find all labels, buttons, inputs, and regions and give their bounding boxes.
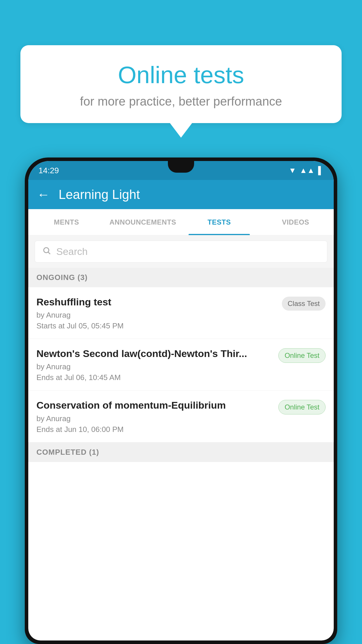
test-name: Newton's Second law(contd)-Newton's Thir… — [36, 347, 273, 360]
time-value: Jul 05, 05:45 PM — [67, 321, 124, 330]
phone-frame: 14:29 ▼ ▲▲ ▌ ← Learning Light MENTS ANNO… — [25, 158, 337, 644]
test-name: Conservation of momentum-Equilibrium — [36, 399, 273, 412]
time-label: Ends at — [36, 425, 62, 434]
speech-bubble-container: Online tests for more practice, better p… — [20, 45, 342, 138]
tab-tests[interactable]: TESTS — [181, 209, 257, 235]
status-time: 14:29 — [38, 166, 59, 175]
test-item[interactable]: Reshuffling test by Anurag Starts at Jul… — [28, 287, 334, 339]
bubble-title: Online tests — [38, 61, 324, 89]
test-info: Newton's Second law(contd)-Newton's Thir… — [36, 347, 273, 382]
tab-videos[interactable]: VIDEOS — [257, 209, 334, 235]
notch — [168, 161, 194, 173]
test-list: Reshuffling test by Anurag Starts at Jul… — [28, 287, 334, 442]
test-name: Reshuffling test — [36, 295, 276, 308]
test-info: Conservation of momentum-Equilibrium by … — [36, 399, 273, 434]
test-author: by Anurag — [36, 362, 273, 371]
signal-icon: ▲▲ — [300, 166, 314, 175]
speech-bubble: Online tests for more practice, better p… — [20, 45, 342, 123]
tab-announcements[interactable]: ANNOUNCEMENTS — [105, 209, 181, 235]
bubble-subtitle: for more practice, better performance — [38, 94, 324, 108]
test-info: Reshuffling test by Anurag Starts at Jul… — [36, 295, 276, 330]
search-box[interactable]: Search — [35, 241, 327, 262]
phone-screen: 14:29 ▼ ▲▲ ▌ ← Learning Light MENTS ANNO… — [28, 161, 334, 640]
test-author: by Anurag — [36, 311, 276, 320]
test-time: Starts at Jul 05, 05:45 PM — [36, 321, 276, 330]
test-item[interactable]: Conservation of momentum-Equilibrium by … — [28, 391, 334, 442]
wifi-icon: ▼ — [289, 166, 296, 175]
status-icons: ▼ ▲▲ ▌ — [289, 166, 324, 175]
search-icon — [42, 246, 51, 257]
completed-label: COMPLETED (1) — [36, 448, 99, 456]
time-value: Jul 06, 10:45 AM — [64, 373, 121, 382]
time-label: Ends at — [36, 373, 62, 382]
app-header: ← Learning Light — [28, 180, 334, 209]
back-button[interactable]: ← — [37, 187, 50, 202]
battery-icon: ▌ — [318, 166, 324, 175]
app-title: Learning Light — [59, 187, 140, 202]
time-value: Jun 10, 06:00 PM — [64, 425, 124, 434]
search-input[interactable]: Search — [56, 246, 88, 257]
tabs-bar: MENTS ANNOUNCEMENTS TESTS VIDEOS — [28, 209, 334, 235]
test-badge-online: Online Test — [278, 400, 326, 414]
svg-line-1 — [48, 252, 50, 254]
completed-section-header: COMPLETED (1) — [28, 442, 334, 462]
test-time: Ends at Jun 10, 06:00 PM — [36, 425, 273, 434]
status-bar: 14:29 ▼ ▲▲ ▌ — [28, 161, 334, 180]
test-author: by Anurag — [36, 414, 273, 423]
search-container: Search — [28, 235, 334, 268]
test-badge-class: Class Test — [282, 297, 326, 311]
test-time: Ends at Jul 06, 10:45 AM — [36, 373, 273, 382]
ongoing-section-header: ONGOING (3) — [28, 268, 334, 287]
time-label: Starts at — [36, 321, 65, 330]
ongoing-label: ONGOING (3) — [36, 273, 88, 282]
bubble-pointer — [170, 123, 192, 138]
tab-ments[interactable]: MENTS — [28, 209, 105, 235]
test-badge-online: Online Test — [278, 348, 326, 363]
test-item[interactable]: Newton's Second law(contd)-Newton's Thir… — [28, 339, 334, 391]
